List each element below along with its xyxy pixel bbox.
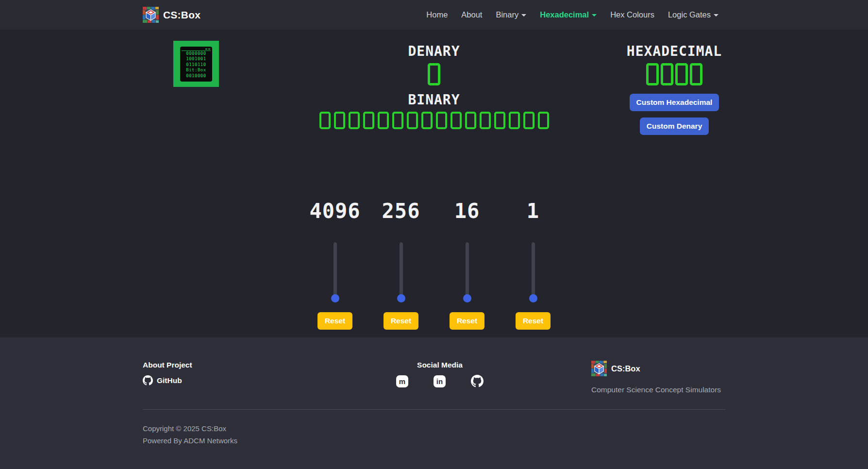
reset-button-256[interactable]: Reset [384, 312, 418, 330]
slider-track[interactable] [400, 242, 403, 299]
bitbox-logo-image: 0000000 1001001 0110110 Bit:Box 0010000 [173, 41, 219, 87]
slider-column-1: 1 Reset [500, 199, 566, 330]
footer-brand: CS:Box [591, 361, 725, 376]
nav-item-logic-gates[interactable]: Logic Gates [661, 6, 725, 23]
bitbox-row: 0010000 [182, 73, 211, 79]
github-link[interactable]: GitHub [143, 375, 288, 385]
slider-value-label: 16 [454, 199, 480, 223]
bitbox-row: 0110110 [182, 62, 211, 68]
github-icon [143, 375, 153, 385]
footer-tagline: Computer Science Concept Simulators [591, 385, 725, 394]
denary-heading: DENARY [288, 44, 580, 59]
about-project-heading: About Project [143, 361, 288, 369]
custom-hexadecimal-button[interactable]: Custom Hexadecimal [630, 94, 719, 111]
nav-item-binary[interactable]: Binary [489, 6, 533, 23]
slider-1[interactable] [529, 242, 537, 306]
bitbox-window-titlebar [182, 48, 211, 51]
reset-button-1[interactable]: Reset [516, 312, 551, 330]
reset-button-4096[interactable]: Reset [317, 312, 352, 330]
page: CS:Box Home About Binary Hexadecimal Hex… [0, 0, 868, 469]
slider-value-label: 1 [527, 199, 539, 223]
slider-4096[interactable] [331, 242, 339, 306]
bitbox-row: 0000000 [182, 51, 211, 57]
powered-by-text: Powered By ADCM Networks [143, 435, 725, 447]
bitbox-row: 1001001 [182, 56, 211, 62]
footer-brand-title: CS:Box [611, 364, 640, 373]
github-social-icon[interactable] [471, 375, 484, 387]
main-content: 0000000 1001001 0110110 Bit:Box 0010000 … [0, 30, 868, 337]
slider-thumb[interactable] [397, 294, 405, 302]
slider-track[interactable] [532, 242, 535, 299]
slider-thumb[interactable] [529, 294, 537, 302]
reset-button-16[interactable]: Reset [450, 312, 484, 330]
slider-column-4096: 4096 Reset [302, 199, 368, 330]
sliders-section: 4096 Reset 256 Reset 16 [143, 199, 725, 330]
slider-track[interactable] [334, 242, 337, 299]
slider-thumb[interactable] [331, 294, 339, 302]
binary-display [288, 112, 580, 129]
chevron-down-icon [521, 14, 526, 17]
slider-16[interactable] [463, 242, 471, 306]
hexadecimal-display [645, 63, 703, 85]
nav-item-home[interactable]: Home [419, 6, 454, 23]
slider-value-label: 4096 [309, 199, 360, 223]
slider-256[interactable] [397, 242, 405, 306]
footer-divider [143, 409, 725, 410]
custom-denary-button[interactable]: Custom Denary [640, 117, 709, 135]
csbox-logo-icon [143, 7, 159, 23]
csbox-logo-icon [591, 361, 607, 376]
chevron-down-icon [592, 14, 597, 17]
social-media-heading: Social Media [417, 361, 463, 369]
nav-item-hex-colours[interactable]: Hex Colours [603, 6, 661, 23]
slider-column-256: 256 Reset [368, 199, 434, 330]
footer: About Project GitHub Social Media m in [0, 337, 868, 469]
denary-display [288, 63, 580, 85]
slider-value-label: 256 [382, 199, 420, 223]
hexadecimal-heading: HEXADECIMAL [627, 44, 722, 59]
nav-links: Home About Binary Hexadecimal Hex Colour… [419, 6, 725, 23]
linkedin-icon[interactable]: in [434, 375, 446, 387]
mastodon-icon[interactable]: m [396, 375, 408, 387]
nav-item-about[interactable]: About [454, 6, 489, 23]
bitbox-row: Bit:Box [182, 67, 211, 73]
slider-thumb[interactable] [463, 294, 471, 302]
navbar: CS:Box Home About Binary Hexadecimal Hex… [0, 0, 868, 30]
binary-heading: BINARY [288, 93, 580, 107]
brand-title[interactable]: CS:Box [163, 9, 200, 21]
navbar-brand[interactable]: CS:Box [143, 7, 200, 23]
nav-item-hexadecimal[interactable]: Hexadecimal [533, 6, 603, 23]
slider-column-16: 16 Reset [434, 199, 500, 330]
copyright-text: Copyright © 2025 CS:Box [143, 422, 725, 435]
slider-track[interactable] [466, 242, 469, 299]
chevron-down-icon [714, 14, 718, 17]
